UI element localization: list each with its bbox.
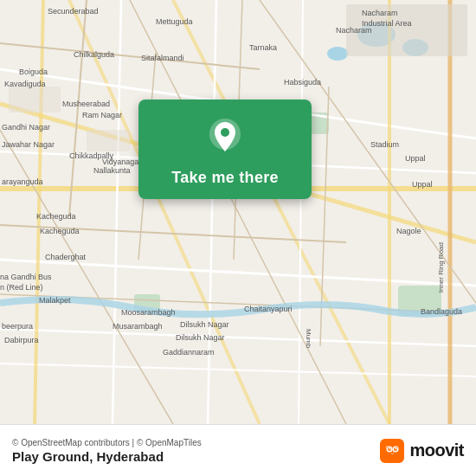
- label-secunderabad: Secunderabad: [48, 7, 99, 16]
- take-me-there-button[interactable]: Take me there: [171, 169, 279, 187]
- label-chaitanyapuri: Chaitanyapuri: [244, 305, 293, 313]
- label-moosarambagh: Moosarambagh: [121, 308, 176, 317]
- label-dilsukh-nagar1: Dilsukh Nagar: [180, 320, 229, 329]
- location-name: Play Ground, Hyderabad: [12, 449, 202, 464]
- label-arayanguda: arayanguda: [2, 177, 43, 186]
- label-kacheguda1: Kacheguda: [36, 212, 76, 221]
- label-stadium: Stadium: [370, 140, 399, 149]
- label-dabirpura: Dabirpura: [4, 336, 39, 344]
- svg-point-43: [389, 447, 391, 449]
- label-nacharam-industrial: NacharamIndustrial Area: [362, 9, 412, 29]
- action-card[interactable]: Take me there: [138, 100, 312, 199]
- label-habsiguda: Habsiguda: [284, 78, 321, 87]
- label-uppal1: Uppal: [405, 154, 426, 163]
- label-chaderghat: Chaderghat: [45, 253, 86, 261]
- label-sitafalmandi: Sitafalmandi: [141, 54, 184, 62]
- label-boiguda: Boiguda: [19, 68, 48, 76]
- label-chilkalguda: Chilkalguda: [74, 50, 114, 59]
- label-nagole: Nagole: [396, 227, 421, 235]
- label-inner-ring-road: Inner Ring Road: [437, 242, 445, 293]
- label-tarnaka: Tarnaka: [249, 43, 277, 52]
- label-mumbai: Mumb: [305, 329, 312, 348]
- bottom-bar: © OpenStreetMap contributors | © OpenMap…: [0, 424, 476, 476]
- label-musarambagh: Musarambagh: [113, 322, 163, 331]
- svg-rect-38: [380, 439, 404, 463]
- label-chikkadpally: Chikkadpally: [69, 151, 113, 160]
- label-musheerabad: Musheerabad: [62, 100, 110, 108]
- moovit-icon: [380, 439, 404, 463]
- attribution-text: © OpenStreetMap contributors | © OpenMap…: [12, 438, 202, 447]
- svg-point-37: [221, 128, 229, 137]
- label-uppal2: Uppal: [412, 180, 433, 189]
- label-ram-nagar: Ram Nagar: [82, 111, 122, 119]
- location-pin-icon: [203, 115, 248, 160]
- label-bandlaguda: Bandlaguda: [421, 307, 462, 316]
- label-nallakunta: Nallakunta: [93, 166, 131, 175]
- label-mettuguda: Mettuguda: [156, 17, 193, 26]
- moovit-text: moovit: [409, 441, 464, 460]
- label-malakpet: Malakpet: [39, 296, 71, 305]
- label-gandhi-bus: na Gandhi Busn (Red Line): [0, 273, 52, 293]
- label-kavadiguda: Kavadiguda: [4, 80, 46, 88]
- svg-rect-34: [87, 130, 130, 151]
- label-gandhi-nagar: Gandhi Nagar: [2, 123, 50, 132]
- label-jawahar-nagar: Jawahar Nagar: [2, 140, 55, 149]
- label-dilsukh-nagar2: Dilsukh Nagar: [176, 333, 225, 342]
- moovit-logo[interactable]: moovit: [380, 439, 464, 463]
- label-gaddiannaram: Gaddiannaram: [163, 348, 215, 357]
- svg-point-3: [327, 47, 348, 61]
- bottom-left-info: © OpenStreetMap contributors | © OpenMap…: [12, 438, 202, 464]
- map-background: Secunderabad Mettuguda Tarnaka Nacharam …: [0, 0, 476, 424]
- svg-rect-33: [9, 87, 61, 113]
- label-beerpura: beerpura: [2, 322, 33, 331]
- map-container: Secunderabad Mettuguda Tarnaka Nacharam …: [0, 0, 476, 476]
- label-kacheguda2: Kacheguda: [40, 227, 80, 235]
